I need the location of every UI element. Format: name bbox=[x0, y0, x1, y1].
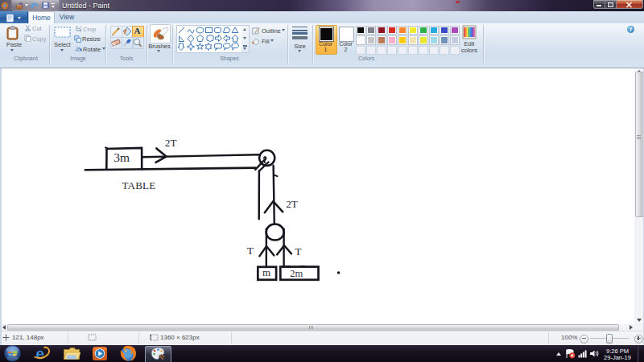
svg-text:2m: 2m bbox=[290, 268, 303, 279]
svg-text:T: T bbox=[247, 245, 254, 257]
svg-text:e: e bbox=[36, 345, 45, 362]
svg-text:2T: 2T bbox=[165, 137, 177, 149]
svg-text:3m: 3m bbox=[114, 150, 130, 164]
svg-text:m: m bbox=[262, 266, 270, 278]
svg-text:T: T bbox=[295, 245, 302, 257]
svg-text:TABLE: TABLE bbox=[122, 179, 156, 191]
svg-text:2T: 2T bbox=[286, 198, 298, 210]
